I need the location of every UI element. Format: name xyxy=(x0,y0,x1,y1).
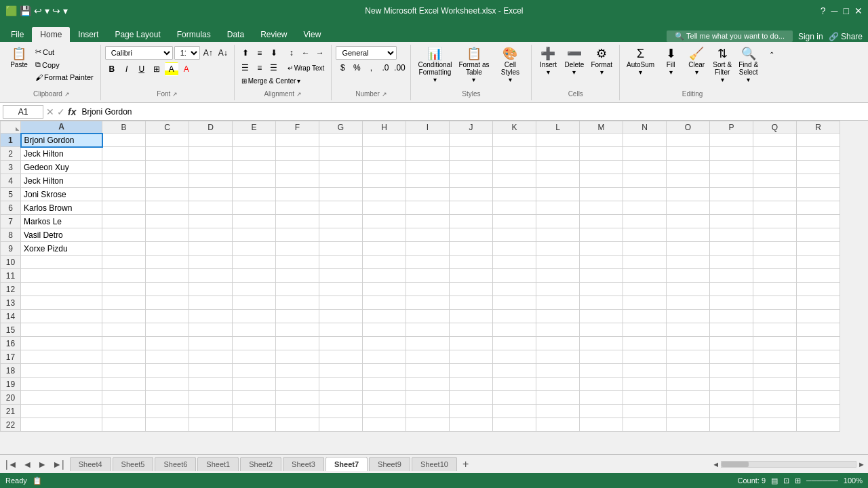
autosum-button[interactable]: Σ AutoSum ▾ xyxy=(624,46,657,77)
cell-K15[interactable] xyxy=(493,323,536,337)
decrease-decimal-button[interactable]: .00 xyxy=(393,61,406,75)
cell-C1[interactable] xyxy=(146,134,189,147)
cell-O11[interactable] xyxy=(667,269,710,283)
conditional-formatting-button[interactable]: 📊 ConditionalFormatting ▾ xyxy=(415,46,454,85)
cell-C8[interactable] xyxy=(146,228,189,242)
col-header-M[interactable]: M xyxy=(580,121,623,134)
cell-I5[interactable] xyxy=(406,188,450,201)
cell-J1[interactable] xyxy=(450,134,493,147)
cell-A8[interactable]: Vasil Detro xyxy=(21,228,102,242)
cell-R1[interactable] xyxy=(797,134,840,147)
cell-B10[interactable] xyxy=(102,256,146,269)
align-bottom-button[interactable]: ⬇ xyxy=(267,46,281,60)
tab-review[interactable]: Review xyxy=(252,27,295,42)
cell-Q13[interactable] xyxy=(753,296,797,310)
cell-H19[interactable] xyxy=(363,378,406,391)
sheet-tab-sheet4[interactable]: Sheet4 xyxy=(70,457,111,471)
cell-K11[interactable] xyxy=(493,269,536,283)
cell-A6[interactable]: Karlos Brown xyxy=(21,201,102,215)
cell-H9[interactable] xyxy=(363,242,406,256)
sheet-tab-sheet3[interactable]: Sheet3 xyxy=(283,457,324,471)
cell-G8[interactable] xyxy=(319,228,363,242)
cell-D20[interactable] xyxy=(189,391,233,405)
cell-L9[interactable] xyxy=(536,242,580,256)
cell-I17[interactable] xyxy=(406,350,450,364)
cell-G12[interactable] xyxy=(319,283,363,296)
font-name-dropdown[interactable]: Calibri xyxy=(105,46,173,60)
cell-H5[interactable] xyxy=(363,188,406,201)
row-header-20[interactable]: 20 xyxy=(1,391,21,405)
cell-H8[interactable] xyxy=(363,228,406,242)
cell-E14[interactable] xyxy=(233,310,276,323)
col-header-J[interactable]: J xyxy=(450,121,493,134)
cell-I22[interactable] xyxy=(406,418,450,432)
cell-N20[interactable] xyxy=(623,391,667,405)
clipboard-expand-icon[interactable]: ↗ xyxy=(64,91,70,98)
cell-K12[interactable] xyxy=(493,283,536,296)
cell-G15[interactable] xyxy=(319,323,363,337)
save-icon[interactable]: 💾 xyxy=(20,5,31,16)
cell-O13[interactable] xyxy=(667,296,710,310)
cell-I6[interactable] xyxy=(406,201,450,215)
cell-styles-button[interactable]: 🎨 CellStyles ▾ xyxy=(493,46,527,85)
cell-G10[interactable] xyxy=(319,256,363,269)
cell-R3[interactable] xyxy=(797,161,840,174)
row-header-4[interactable]: 4 xyxy=(1,174,21,188)
cell-R14[interactable] xyxy=(797,310,840,323)
cell-F4[interactable] xyxy=(276,174,319,188)
cell-A1[interactable]: Brjoni Gordon xyxy=(21,134,102,147)
cell-P4[interactable] xyxy=(710,174,753,188)
cell-K16[interactable] xyxy=(493,337,536,350)
cell-G20[interactable] xyxy=(319,391,363,405)
cell-O9[interactable] xyxy=(667,242,710,256)
cell-P22[interactable] xyxy=(710,418,753,432)
cell-D9[interactable] xyxy=(189,242,233,256)
cell-R15[interactable] xyxy=(797,323,840,337)
cell-Q14[interactable] xyxy=(753,310,797,323)
cell-R5[interactable] xyxy=(797,188,840,201)
cell-D17[interactable] xyxy=(189,350,233,364)
cell-J7[interactable] xyxy=(450,215,493,228)
sheet-tab-sheet2[interactable]: Sheet2 xyxy=(240,457,281,471)
cell-L17[interactable] xyxy=(536,350,580,364)
cell-J6[interactable] xyxy=(450,201,493,215)
formula-input[interactable] xyxy=(79,107,865,117)
scroll-left-btn[interactable]: ◄ xyxy=(712,460,719,468)
cell-D10[interactable] xyxy=(189,256,233,269)
col-header-O[interactable]: O xyxy=(667,121,710,134)
row-header-17[interactable]: 17 xyxy=(1,350,21,364)
cell-E7[interactable] xyxy=(233,215,276,228)
sheet-tab-sheet1[interactable]: Sheet1 xyxy=(197,457,239,471)
horizontal-scrollbar[interactable] xyxy=(721,461,856,468)
underline-button[interactable]: U xyxy=(135,62,149,76)
cell-J14[interactable] xyxy=(450,310,493,323)
cell-I20[interactable] xyxy=(406,391,450,405)
font-expand-icon[interactable]: ↗ xyxy=(172,91,178,98)
cell-R21[interactable] xyxy=(797,405,840,418)
cell-N5[interactable] xyxy=(623,188,667,201)
cell-F13[interactable] xyxy=(276,296,319,310)
cell-A16[interactable] xyxy=(21,337,102,350)
cell-N18[interactable] xyxy=(623,364,667,378)
cell-F5[interactable] xyxy=(276,188,319,201)
cell-L14[interactable] xyxy=(536,310,580,323)
cell-I11[interactable] xyxy=(406,269,450,283)
cell-G17[interactable] xyxy=(319,350,363,364)
cell-N15[interactable] xyxy=(623,323,667,337)
cell-G5[interactable] xyxy=(319,188,363,201)
cell-M18[interactable] xyxy=(580,364,623,378)
cell-K5[interactable] xyxy=(493,188,536,201)
cell-Q9[interactable] xyxy=(753,242,797,256)
cell-D11[interactable] xyxy=(189,269,233,283)
cell-E21[interactable] xyxy=(233,405,276,418)
normal-view-icon[interactable]: ▤ xyxy=(771,476,778,485)
cell-D1[interactable] xyxy=(189,134,233,147)
cell-J21[interactable] xyxy=(450,405,493,418)
cell-P12[interactable] xyxy=(710,283,753,296)
cell-E2[interactable] xyxy=(233,147,276,161)
cell-E15[interactable] xyxy=(233,323,276,337)
cell-R11[interactable] xyxy=(797,269,840,283)
cell-F20[interactable] xyxy=(276,391,319,405)
cell-L13[interactable] xyxy=(536,296,580,310)
cell-A22[interactable] xyxy=(21,418,102,432)
